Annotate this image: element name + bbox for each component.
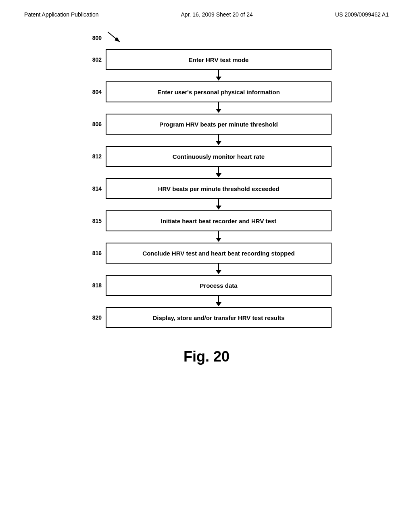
label-816: 816 xyxy=(81,250,106,256)
label-800: 800 xyxy=(81,35,106,41)
flow-row-814: 814 HRV beats per minute threshold excee… xyxy=(81,178,332,199)
step-text-802: Enter HRV test mode xyxy=(189,56,249,63)
page: Patent Application Publication Apr. 16, … xyxy=(0,0,413,532)
step-box-802: Enter HRV test mode xyxy=(106,49,332,70)
flow-row-806: 806 Program HRV beats per minute thresho… xyxy=(81,114,332,135)
header-center: Apr. 16, 2009 Sheet 20 of 24 xyxy=(181,11,253,18)
label-812: 812 xyxy=(81,153,106,160)
step-text-804: Enter user's personal physical informati… xyxy=(157,89,280,96)
page-header: Patent Application Publication Apr. 16, … xyxy=(0,0,413,18)
figure-label: Fig. 20 xyxy=(0,348,413,365)
step-text-812: Continuously monitor heart rate xyxy=(173,153,265,160)
step-box-806: Program HRV beats per minute threshold xyxy=(106,114,332,135)
step-text-815: Initiate heart beat recorder and HRV tes… xyxy=(161,218,276,224)
arrow-818-820 xyxy=(81,296,332,307)
arrow-816-818 xyxy=(81,264,332,275)
flow-row-820: 820 Display, store and/or transfer HRV t… xyxy=(81,307,332,328)
step-text-818: Process data xyxy=(200,282,237,289)
step-text-820: Display, store and/or transfer HRV test … xyxy=(152,314,284,321)
step-box-818: Process data xyxy=(106,275,332,296)
flow-row-816: 816 Conclude HRV test and heart beat rec… xyxy=(81,243,332,264)
label-815: 815 xyxy=(81,218,106,224)
step-box-812: Continuously monitor heart rate xyxy=(106,146,332,167)
flow-row-815: 815 Initiate heart beat recorder and HRV… xyxy=(81,210,332,231)
flow-row-818: 818 Process data xyxy=(81,275,332,296)
label-804: 804 xyxy=(81,89,106,95)
arrow-812-814 xyxy=(81,167,332,178)
arrow-815-816 xyxy=(81,231,332,243)
label-806: 806 xyxy=(81,121,106,127)
step-text-816: Conclude HRV test and heart beat recordi… xyxy=(142,250,294,257)
step-box-804: Enter user's personal physical informati… xyxy=(106,81,332,102)
step-box-815: Initiate heart beat recorder and HRV tes… xyxy=(106,210,332,231)
step-text-814: HRV beats per minute threshold exceeded xyxy=(158,185,280,192)
node-800: 800 xyxy=(81,30,332,46)
arrow-802-804 xyxy=(81,70,332,81)
label-820: 820 xyxy=(81,314,106,321)
header-right: US 2009/0099462 A1 xyxy=(335,11,389,18)
step-box-820: Display, store and/or transfer HRV test … xyxy=(106,307,332,328)
arrow-806-812 xyxy=(81,135,332,146)
flow-row-802: 802 Enter HRV test mode xyxy=(81,49,332,70)
arrow-804-806 xyxy=(81,102,332,114)
step-box-814: HRV beats per minute threshold exceeded xyxy=(106,178,332,199)
label-802: 802 xyxy=(81,56,106,63)
diagram-area: 800 802 Enter HRV test mode 804 xyxy=(81,30,332,328)
header-left: Patent Application Publication xyxy=(24,11,98,18)
flow-diagram: 802 Enter HRV test mode 804 Enter user's… xyxy=(81,49,332,328)
label-814: 814 xyxy=(81,185,106,192)
step-text-806: Program HRV beats per minute threshold xyxy=(159,121,278,128)
label-818: 818 xyxy=(81,282,106,289)
flow-row-804: 804 Enter user's personal physical infor… xyxy=(81,81,332,102)
step-box-816: Conclude HRV test and heart beat recordi… xyxy=(106,243,332,264)
flow-row-812: 812 Continuously monitor heart rate xyxy=(81,146,332,167)
arrow-800 xyxy=(106,30,126,46)
arrow-814-815 xyxy=(81,199,332,210)
